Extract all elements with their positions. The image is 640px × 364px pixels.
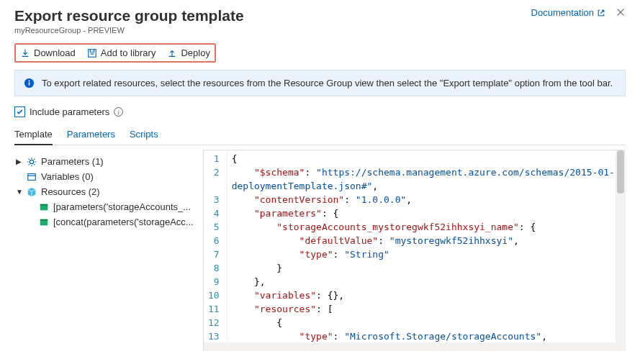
resource-tree: ▶ Parameters (1) Variables (0) ▼ Resourc… [14, 150, 203, 351]
include-parameters-checkbox[interactable] [14, 106, 25, 117]
storage-icon [39, 202, 49, 212]
code-content: { "$schema": "https://schema.management.… [227, 150, 626, 351]
tree-resource-1-label: [concat(parameters('storageAcc... [53, 217, 194, 227]
tree-resources[interactable]: ▼ Resources (2) [14, 184, 203, 199]
tree-parameters[interactable]: ▶ Parameters (1) [14, 154, 203, 169]
info-icon [24, 78, 35, 88]
include-parameters-label: Include parameters [30, 106, 109, 117]
svg-point-3 [29, 80, 30, 81]
documentation-label: Documentation [531, 7, 594, 18]
tree-resources-label: Resources (2) [41, 186, 100, 197]
svg-point-4 [30, 160, 33, 163]
info-banner: To export related resources, select the … [14, 70, 626, 96]
tree-resource-0[interactable]: [parameters('storageAccounts_... [14, 199, 203, 214]
scrollbar-horizontal[interactable] [204, 342, 626, 351]
cube-icon [27, 187, 37, 197]
tree-variables-label: Variables (0) [41, 171, 94, 182]
tab-parameters[interactable]: Parameters [67, 124, 115, 145]
line-gutter: 123456789101112131415 [204, 150, 227, 351]
svg-rect-7 [40, 204, 48, 205]
download-label: Download [34, 47, 76, 58]
add-to-library-button[interactable]: Add to library [87, 47, 156, 58]
scrollbar-vertical[interactable] [616, 150, 626, 351]
svg-rect-5 [28, 173, 36, 180]
storage-icon [39, 217, 49, 227]
external-link-icon [597, 9, 605, 17]
deploy-icon [167, 48, 177, 58]
svg-rect-9 [40, 219, 48, 220]
page-title: Export resource group template [14, 7, 531, 24]
add-to-library-label: Add to library [101, 47, 156, 58]
variables-icon [27, 172, 37, 182]
close-icon[interactable] [616, 7, 626, 19]
deploy-button[interactable]: Deploy [167, 47, 209, 58]
svg-rect-0 [89, 49, 96, 57]
documentation-link[interactable]: Documentation [531, 7, 605, 18]
tab-scripts[interactable]: Scripts [130, 124, 158, 145]
download-button[interactable]: Download [20, 47, 76, 58]
tree-parameters-label: Parameters (1) [41, 156, 104, 167]
caret-down-icon: ▼ [16, 188, 22, 196]
help-icon[interactable]: i [114, 107, 123, 117]
svg-rect-8 [40, 219, 48, 225]
tabs: Template Parameters Scripts [14, 124, 626, 145]
caret-right-icon: ▶ [16, 158, 22, 165]
code-editor[interactable]: 123456789101112131415 { "$schema": "http… [203, 150, 626, 351]
tab-template[interactable]: Template [14, 124, 53, 145]
gear-icon [27, 157, 37, 167]
save-icon [87, 48, 97, 58]
svg-rect-2 [29, 82, 30, 86]
info-text: To export related resources, select the … [42, 78, 613, 88]
tree-resource-0-label: [parameters('storageAccounts_... [53, 201, 191, 212]
tree-resource-1[interactable]: [concat(parameters('storageAcc... [14, 214, 203, 229]
toolbar: Download Add to library Deploy [14, 43, 216, 63]
svg-rect-6 [40, 204, 48, 210]
tree-variables[interactable]: Variables (0) [14, 169, 203, 184]
deploy-label: Deploy [181, 47, 209, 58]
page-subtitle: myResourceGroup - PREVIEW [14, 26, 531, 35]
download-icon [20, 48, 30, 58]
